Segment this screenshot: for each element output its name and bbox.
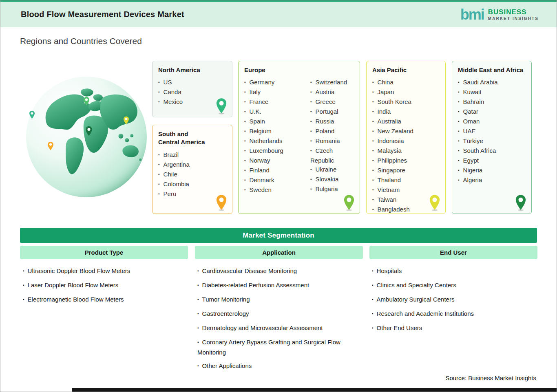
world-globe-icon (26, 76, 147, 198)
map-pin-icon (123, 116, 129, 125)
page-title: Blood Flow Measurement Devices Market (21, 10, 184, 19)
list-item: Türkiye (458, 137, 526, 146)
list-item: Philippines (372, 156, 440, 166)
list-item: Qatar (458, 107, 526, 117)
list-item: Diabetes-related Perfusion Assessment (197, 280, 360, 291)
list-item: Germany (244, 78, 305, 88)
map-pin-icon (85, 126, 93, 137)
list-item: Greece (310, 97, 354, 107)
list-item: Ultrasonic Doppler Blood Flow Meters (23, 266, 187, 276)
map-pin-icon (29, 110, 35, 119)
map-pin-icon (47, 141, 54, 151)
column-header-end-user: End User (369, 246, 537, 259)
list-item: Canda (158, 88, 226, 97)
list-item: Brazil (158, 150, 226, 160)
list-item: Saudi Arabia (458, 78, 526, 88)
list-item: Australia (372, 117, 440, 127)
list-item: Portugal (310, 107, 354, 117)
section-title: Regions and Countries Covered (20, 36, 142, 46)
product-type-list: Ultrasonic Doppler Blood Flow MetersLase… (23, 266, 187, 309)
region-title: Middle East and Africa (458, 66, 526, 74)
column-header-application: Application (195, 246, 363, 259)
list-item: Nigeria (458, 166, 526, 176)
region-card-north-america: North America USCandaMexico (152, 61, 232, 117)
list-item: South Korea (372, 97, 440, 107)
list-item: Laser Doppler Blood Flow Meters (23, 280, 187, 291)
list-item: U.K. (244, 107, 305, 117)
list-item: Italy (244, 88, 305, 97)
map-pin-icon (83, 97, 90, 106)
map-pin-icon (515, 194, 526, 211)
list-item: Chile (158, 170, 226, 180)
application-list: Cardiovascular Disease MonitoringDiabete… (197, 266, 360, 375)
list-item: South Africa (458, 146, 526, 156)
header: Blood Flow Measurement Devices Market bm… (0, 0, 557, 27)
list-item: Argentina (158, 160, 226, 170)
map-pin-icon (216, 98, 227, 115)
list-item: Denmark (244, 176, 305, 185)
list-item: India (372, 107, 440, 117)
brand-logo: bmi BUSINESS MARKET INSIGHTS (460, 7, 539, 22)
list-item: Indonesia (372, 137, 440, 146)
list-item: Oman (458, 117, 526, 127)
region-card-south-central-america: South and Central America BrazilArgentin… (152, 125, 232, 214)
list-item: Norway (244, 156, 305, 166)
map-pin-icon (343, 194, 355, 211)
list-item: Thailand (372, 176, 440, 185)
region-title: South and Central America (158, 130, 226, 147)
region-card-middle-east-africa: Middle East and Africa Saudi ArabiaKuwai… (452, 61, 532, 214)
list-item: Electromagnetic Blood Flow Meters (23, 295, 187, 305)
list-item: Russia (310, 117, 354, 127)
list-item: Singapore (372, 166, 440, 176)
list-item: Bahrain (458, 97, 526, 107)
list-item: Netherlands (244, 137, 305, 146)
list-item: Ukraine (310, 165, 354, 175)
list-item: Czech Republic (310, 146, 354, 165)
list-item: China (372, 78, 440, 88)
footer-bar (72, 388, 557, 392)
column-header-product-type: Product Type (20, 246, 188, 259)
country-list: BrazilArgentinaChileColombiaPeru (158, 150, 226, 199)
list-item: Kuwait (458, 88, 526, 97)
list-item: Coronary Artery Bypass Grafting and Surg… (197, 337, 360, 357)
list-item: Romania (310, 137, 354, 146)
list-item: Research and Academic Institutions (372, 309, 536, 319)
list-item: Luxembourg (244, 146, 305, 156)
list-item: Ambulatory Surgical Centers (372, 295, 536, 305)
list-item: Belgium (244, 127, 305, 137)
list-item: Bulgaria (310, 185, 354, 194)
region-title: North America (158, 66, 226, 74)
list-item: Other End Users (372, 323, 536, 333)
country-list: Saudi ArabiaKuwaitBahrainQatarOmanUAETür… (458, 78, 526, 185)
map-pin-icon (216, 194, 227, 211)
region-title: Asia Pacific (372, 66, 440, 74)
country-columns: GermanyItalyFranceU.K.SpainBelgiumNether… (244, 78, 354, 195)
logo-line2: MARKET INSIGHTS (488, 16, 539, 21)
list-item: US (158, 78, 226, 88)
region-title: Europe (244, 66, 354, 74)
market-segmentation-banner: Market Segmentation (20, 228, 537, 243)
list-item: Spain (244, 117, 305, 127)
list-item: Poland (310, 127, 354, 137)
page: Blood Flow Measurement Devices Market bm… (0, 0, 557, 392)
bmi-logo-icon: bmi (460, 7, 484, 22)
region-card-europe: Europe GermanyItalyFranceU.K.SpainBelgiu… (238, 61, 360, 214)
list-item: Slovakia (310, 175, 354, 185)
brand-logo-text: BUSINESS MARKET INSIGHTS (488, 8, 539, 21)
list-item: Hospitals (372, 266, 536, 276)
list-item: New Zealand (372, 127, 440, 137)
end-user-list: HospitalsClinics and Specialty CentersAm… (372, 266, 536, 337)
list-item: Dermatology and Microvascular Assessment (197, 323, 360, 333)
list-item: Tumor Monitoring (197, 295, 360, 305)
list-item: Gastroenterology (197, 309, 360, 319)
country-list: GermanyItalyFranceU.K.SpainBelgiumNether… (244, 78, 305, 195)
logo-line1: BUSINESS (488, 8, 539, 16)
list-item: France (244, 97, 305, 107)
list-item: Colombia (158, 180, 226, 189)
list-item: Malaysia (372, 146, 440, 156)
source-note: Source: Business Market Insights (445, 374, 536, 381)
list-item: Cardiovascular Disease Monitoring (197, 266, 360, 276)
list-item: Sweden (244, 185, 305, 195)
list-item: Clinics and Specialty Centers (372, 280, 536, 291)
list-item: Finland (244, 166, 305, 176)
